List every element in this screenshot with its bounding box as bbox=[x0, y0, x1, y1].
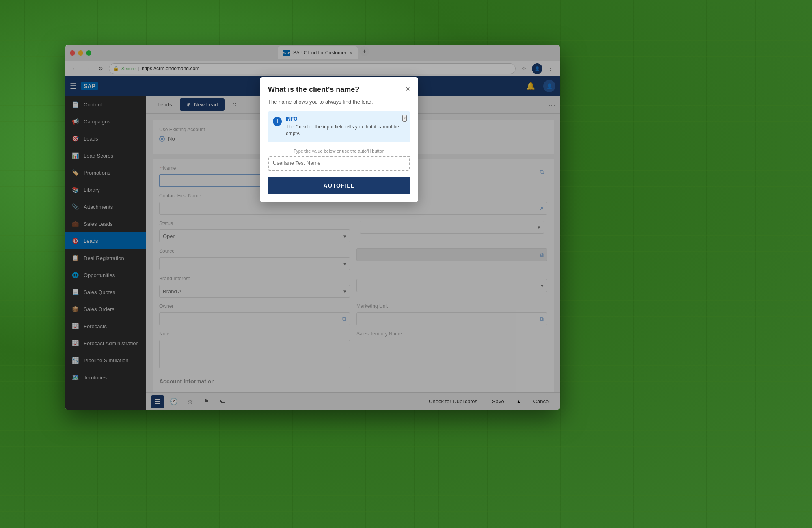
autofill-btn[interactable]: AUTOFILL bbox=[268, 177, 410, 194]
modal-header: What is the client's name? × bbox=[260, 77, 418, 99]
info-text: The * next to the input field tells you … bbox=[286, 123, 405, 137]
info-close-btn[interactable]: × bbox=[402, 115, 407, 122]
modal-body: The name allows you to always find the l… bbox=[260, 99, 418, 202]
browser-window: SAP SAP Cloud for Customer × + ← → ↻ 🔒 S… bbox=[65, 45, 560, 410]
info-box: i INFO The * next to the input field tel… bbox=[268, 111, 410, 142]
modal-dialog: What is the client's name? × The name al… bbox=[260, 77, 418, 202]
modal-title: What is the client's name? bbox=[268, 85, 359, 94]
info-content: INFO The * next to the input field tells… bbox=[286, 116, 405, 137]
autofill-name-input[interactable] bbox=[268, 156, 410, 171]
modal-description: The name allows you to always find the l… bbox=[268, 99, 410, 105]
info-circle-icon: i bbox=[273, 117, 282, 126]
autofill-hint: Type the value below or use the autofill… bbox=[268, 149, 410, 154]
modal-close-btn[interactable]: × bbox=[406, 85, 410, 93]
info-title: INFO bbox=[286, 116, 405, 122]
